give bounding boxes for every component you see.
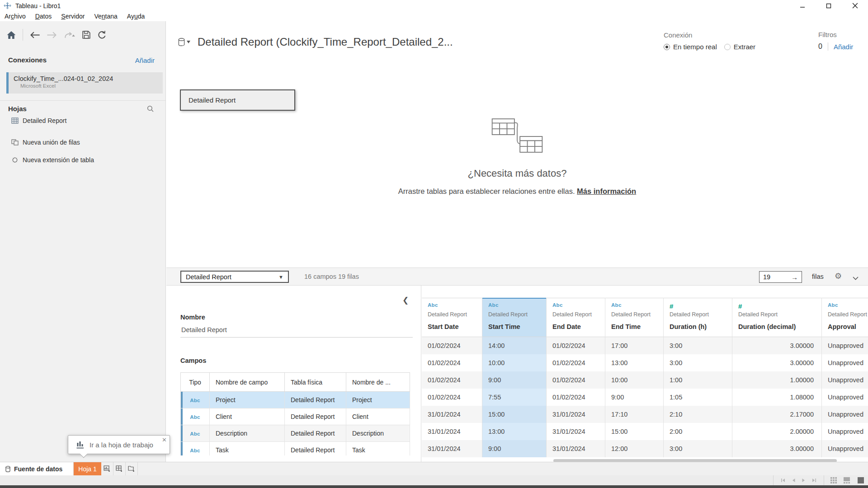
new-dashboard-button[interactable] [113, 462, 126, 475]
remote-name-cell: Task [346, 442, 410, 456]
grid-column-start-date[interactable]: AbcDetailed ReportStart Date01/02/202401… [422, 298, 482, 457]
sheet-item-detailed-report[interactable]: Detailed Report [11, 117, 66, 124]
grid-column-header[interactable]: AbcDetailed ReportStart Date [422, 298, 482, 337]
table-card-detailed-report[interactable]: Detailed Report [180, 89, 295, 111]
learn-more-link[interactable]: Más información [577, 187, 636, 195]
single-sheet-view-icon[interactable] [858, 477, 864, 483]
grid-column-end-time[interactable]: AbcDetailed ReportEnd Time17:0013:0010:0… [605, 298, 664, 457]
new-table-extension-item[interactable]: Nueva extensión de tabla [11, 156, 94, 164]
table-selector-dropdown[interactable]: Detailed Report ▼ [180, 271, 289, 283]
grid-column-duration-h-[interactable]: #Detailed ReportDuration (h)3:003:001:00… [664, 298, 732, 457]
grid-column-header[interactable]: AbcDetailed ReportEnd Date [547, 298, 605, 337]
minimize-button[interactable] [789, 0, 816, 11]
grid-cell: 01/02/2024 [547, 354, 605, 371]
grid-cell: 01/02/2024 [422, 371, 482, 389]
field-row-project[interactable]: AbcProjectDetailed ReportProject [181, 392, 410, 408]
grid-cell: Unapproved [822, 337, 868, 354]
grid-column-header[interactable]: #Detailed ReportDuration (decimal) [732, 298, 821, 337]
new-table-extension-label: Nueva extensión de tabla [23, 156, 94, 164]
relationship-tables-icon [490, 117, 544, 154]
window-title: Tableau - Libro1 [15, 2, 61, 9]
string-type-icon: Abc [828, 302, 868, 311]
field-row-task[interactable]: AbcTaskDetailed ReportTask [181, 442, 410, 456]
grid-column-header[interactable]: #Detailed ReportDuration (h) [664, 298, 732, 337]
menu-item-archivo[interactable]: Archivo [1, 12, 32, 21]
empty-state-text: Arrastre tablas para establecer relacion… [166, 187, 868, 196]
datasource-icon[interactable] [178, 38, 190, 47]
grid-cell: 2.00000 [732, 423, 821, 440]
grid-column-table: Detailed Report [670, 311, 732, 323]
new-union-item[interactable]: Nueva unión de filas [11, 139, 80, 146]
grid-cell: Unapproved [822, 440, 868, 457]
apply-rows-icon[interactable]: → [791, 273, 798, 281]
extract-radio-label[interactable]: Extraer [734, 43, 755, 51]
refresh-icon[interactable] [97, 30, 107, 40]
grid-column-end-date[interactable]: AbcDetailed ReportEnd Date01/02/202401/0… [547, 298, 605, 457]
live-radio[interactable] [664, 44, 670, 50]
grid-cell: 2.17000 [732, 406, 821, 423]
add-connection-link[interactable]: Añadir [135, 56, 155, 64]
grid-column-name: Duration (decimal) [738, 323, 821, 330]
abc-type-icon: Abc [190, 431, 200, 436]
empty-state-title: ¿Necesita más datos? [166, 168, 868, 179]
physical-table-cell: Detailed Report [285, 392, 346, 408]
connection-name: Clockify_Time_...024-01_02_2024 [14, 75, 113, 82]
new-worksheet-button[interactable] [101, 462, 113, 475]
extract-radio[interactable] [724, 44, 731, 50]
go-to-worksheet-tooltip[interactable]: Ir a la hoja de trabajo ✕ [68, 435, 170, 454]
fields-header-0: Tipo [181, 373, 210, 392]
filmstrip-view-icon[interactable] [844, 477, 851, 483]
connections-header: Conexiones [8, 56, 47, 64]
chevron-down-icon[interactable] [853, 274, 859, 282]
undo-redo-icon[interactable] [64, 31, 75, 39]
menu-item-ayuda[interactable]: Ayuda [123, 12, 151, 21]
last-sheet-icon[interactable] [811, 478, 816, 483]
toolbar [0, 26, 166, 44]
filters-label: Filtros [818, 31, 853, 38]
menu-item-ventana[interactable]: Ventana [90, 12, 123, 21]
grid-column-header[interactable]: AbcDetailed ReportApproval [822, 298, 868, 337]
sheet-sorter-view-icon[interactable] [830, 477, 837, 483]
live-radio-label[interactable]: En tiempo real [673, 43, 717, 51]
grid-column-header[interactable]: AbcDetailed ReportEnd Time [605, 298, 663, 337]
field-type-cell: Abc [181, 442, 210, 456]
new-story-button[interactable] [126, 462, 138, 475]
sidebar-divider [0, 100, 165, 101]
grid-column-approval[interactable]: AbcDetailed ReportApprovalUnapprovedUnap… [822, 298, 868, 457]
collapse-pane-icon[interactable]: ❮ [402, 296, 409, 305]
back-icon[interactable] [29, 31, 40, 39]
grid-cell: 31/01/2024 [547, 440, 605, 457]
menu-bar: ArchivoDatosServidorVentanaAyuda [0, 11, 868, 21]
field-row-client[interactable]: AbcClientDetailed ReportClient [181, 408, 410, 425]
filters-add-link[interactable]: Añadir [834, 43, 853, 51]
search-icon[interactable] [147, 105, 154, 114]
maximize-button[interactable] [816, 0, 842, 11]
tab-datasource[interactable]: Fuente de datos [0, 462, 74, 475]
forward-icon[interactable] [47, 31, 57, 39]
connection-item[interactable]: Clockify_Time_...024-01_02_2024 Microsof… [6, 72, 163, 94]
row-count-input[interactable]: 19 → [759, 271, 802, 283]
home-icon[interactable] [6, 31, 16, 39]
close-button[interactable] [842, 0, 868, 11]
grid-column-duration-decimal-[interactable]: #Detailed ReportDuration (decimal)3.0000… [732, 298, 822, 457]
tooltip-close-icon[interactable]: ✕ [162, 436, 167, 443]
grid-column-header[interactable]: AbcDetailed ReportStart Time [482, 298, 546, 337]
tab-sheet1[interactable]: Hoja 1 [74, 462, 101, 475]
grid-column-name: End Date [552, 323, 605, 330]
field-row-description[interactable]: AbcDescriptionDetailed ReportDescription [181, 425, 410, 442]
grid-cell: Unapproved [822, 389, 868, 406]
menu-item-datos[interactable]: Datos [32, 12, 58, 21]
first-sheet-icon[interactable] [781, 478, 786, 483]
grid-cell: 1:00 [664, 371, 732, 389]
fields-header-3: Nombre de ... [346, 373, 410, 392]
field-row-bar [181, 425, 183, 441]
grid-column-name: Start Time [488, 323, 546, 330]
gear-icon[interactable]: ⚙ [835, 271, 842, 281]
grid-column-start-time[interactable]: AbcDetailed ReportStart Time14:0010:009:… [482, 298, 547, 457]
table-extension-icon [11, 157, 19, 164]
previous-sheet-icon[interactable] [792, 478, 796, 483]
table-name-field[interactable]: Detailed Report [180, 325, 413, 338]
save-icon[interactable] [82, 30, 91, 39]
next-sheet-icon[interactable] [802, 478, 806, 483]
menu-item-servidor[interactable]: Servidor [57, 12, 90, 21]
